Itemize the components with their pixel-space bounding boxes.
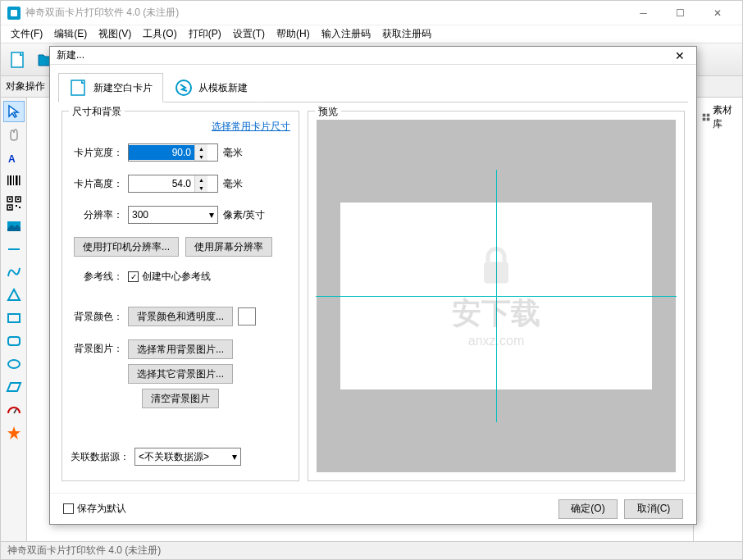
- tool-select[interactable]: [3, 101, 25, 122]
- tool-curve[interactable]: [3, 262, 25, 283]
- tool-line[interactable]: [3, 239, 25, 260]
- svg-rect-23: [703, 118, 706, 121]
- app-icon: [7, 7, 21, 20]
- cancel-button[interactable]: 取消(C): [624, 499, 683, 519]
- tool-palette: A: [1, 98, 27, 541]
- btn-bgimg-other[interactable]: 选择其它背景图片...: [128, 364, 233, 384]
- tool-text[interactable]: A: [3, 147, 25, 168]
- svg-rect-2: [7, 175, 9, 185]
- menu-tools[interactable]: 工具(O): [138, 25, 181, 43]
- svg-rect-13: [16, 205, 17, 207]
- object-label: 对象操作: [6, 80, 45, 93]
- dpi-select[interactable]: 300: [128, 206, 218, 224]
- menu-edit[interactable]: 编辑(E): [49, 25, 92, 43]
- maximize-button[interactable]: ☐: [662, 1, 699, 25]
- width-down[interactable]: ▼: [195, 153, 207, 161]
- svg-point-19: [8, 360, 20, 368]
- svg-rect-21: [703, 114, 706, 117]
- height-label: 卡片高度：: [71, 177, 123, 191]
- preview-group: 预览 安下载 anxz.com: [308, 111, 685, 481]
- titlebar: 神奇双面卡片打印软件 4.0 (未注册) ─ ☐ ✕: [1, 1, 742, 25]
- svg-text:A: A: [8, 153, 16, 165]
- svg-line-20: [14, 409, 16, 413]
- bgimg-label: 背景图片：: [71, 339, 123, 356]
- svg-rect-3: [10, 175, 11, 185]
- size-bg-group: 尺寸和背景 选择常用卡片尺寸 卡片宽度： ▲▼ 毫米 卡片高度： ▲▼: [62, 111, 299, 481]
- tool-gauge[interactable]: [3, 399, 25, 421]
- menu-regcode[interactable]: 输入注册码: [317, 25, 376, 43]
- btn-screen-dpi[interactable]: 使用屏幕分辨率: [185, 237, 272, 257]
- tab-from-template[interactable]: 从模板新建: [163, 73, 258, 102]
- tab-blank-card[interactable]: 新建空白卡片: [58, 73, 163, 102]
- new-dialog: 新建... ✕ 新建空白卡片 从模板新建 尺寸和背景 选择常用卡片尺寸 卡片宽度…: [49, 46, 697, 525]
- menubar: 文件(F) 编辑(E) 视图(V) 工具(O) 打印(P) 设置(T) 帮助(H…: [1, 25, 742, 43]
- svg-rect-5: [16, 175, 18, 185]
- minimize-button[interactable]: ─: [625, 1, 662, 25]
- tool-parallelogram[interactable]: [3, 376, 25, 398]
- tool-barcode[interactable]: [3, 170, 25, 191]
- svg-rect-6: [19, 175, 21, 185]
- tool-qrcode[interactable]: [3, 193, 25, 214]
- svg-rect-12: [9, 207, 11, 208]
- template-icon: [174, 78, 194, 98]
- height-up[interactable]: ▲: [195, 175, 207, 184]
- svg-rect-11: [17, 198, 19, 200]
- height-input[interactable]: ▲▼: [128, 175, 218, 193]
- tool-ellipse[interactable]: [3, 353, 25, 375]
- blank-card-icon: [69, 78, 89, 98]
- guide-vertical: [496, 170, 497, 422]
- menu-print[interactable]: 打印(P): [184, 25, 226, 43]
- height-down[interactable]: ▼: [195, 184, 207, 192]
- datasource-label: 关联数据源：: [71, 450, 130, 464]
- close-button[interactable]: ✕: [699, 1, 736, 25]
- tool-star[interactable]: [3, 422, 25, 444]
- svg-rect-4: [13, 175, 14, 185]
- tool-roundrect[interactable]: [3, 330, 25, 352]
- tool-triangle[interactable]: [3, 285, 25, 306]
- btn-bgimg-clear[interactable]: 清空背景图片: [142, 389, 219, 408]
- tool-hand[interactable]: [3, 124, 25, 145]
- width-label: 卡片宽度：: [71, 146, 123, 160]
- status-text: 神奇双面卡片打印软件 4.0 (未注册): [7, 544, 161, 558]
- dpi-label: 分辨率：: [71, 208, 123, 222]
- library-tab[interactable]: 素材库: [697, 101, 739, 134]
- menu-view[interactable]: 视图(V): [93, 25, 136, 43]
- dialog-title: 新建...: [57, 48, 670, 62]
- preview-area: 安下载 anxz.com: [317, 120, 676, 472]
- link-common-size[interactable]: 选择常用卡片尺寸: [212, 121, 290, 132]
- menu-getreg[interactable]: 获取注册码: [377, 25, 436, 43]
- svg-rect-17: [8, 314, 20, 322]
- svg-rect-24: [707, 118, 710, 121]
- dialog-close-button[interactable]: ✕: [670, 48, 690, 64]
- save-default-checkbox[interactable]: ✓ 保存为默认: [63, 502, 126, 516]
- tool-image[interactable]: [3, 216, 25, 237]
- menu-settings[interactable]: 设置(T): [228, 25, 270, 43]
- width-input[interactable]: ▲▼: [128, 143, 218, 162]
- svg-rect-18: [8, 337, 20, 345]
- card-preview: [340, 203, 652, 389]
- width-up[interactable]: ▲: [195, 144, 207, 153]
- right-panel: 素材库: [693, 98, 742, 541]
- menu-file[interactable]: 文件(F): [6, 25, 48, 43]
- menu-help[interactable]: 帮助(H): [271, 25, 315, 43]
- btn-bgcolor[interactable]: 背景颜色和透明度...: [128, 307, 233, 326]
- ok-button[interactable]: 确定(O): [558, 499, 618, 519]
- bgcolor-label: 背景颜色：: [71, 310, 123, 324]
- svg-rect-14: [19, 207, 21, 208]
- svg-rect-10: [9, 198, 11, 200]
- svg-rect-22: [707, 114, 710, 117]
- guides-checkbox[interactable]: ✓ 创建中心参考线: [128, 270, 211, 284]
- bgcolor-swatch[interactable]: [238, 307, 256, 326]
- guides-label: 参考线：: [71, 270, 123, 284]
- statusbar: 神奇双面卡片打印软件 4.0 (未注册): [1, 541, 742, 559]
- toolbar-new-icon[interactable]: [6, 48, 30, 72]
- btn-printer-dpi[interactable]: 使用打印机分辨率...: [74, 237, 179, 257]
- btn-bgimg-common[interactable]: 选择常用背景图片...: [128, 339, 233, 359]
- tool-rect[interactable]: [3, 307, 25, 329]
- datasource-select[interactable]: <不关联数据源>: [134, 448, 241, 466]
- app-title: 神奇双面卡片打印软件 4.0 (未注册): [25, 6, 625, 20]
